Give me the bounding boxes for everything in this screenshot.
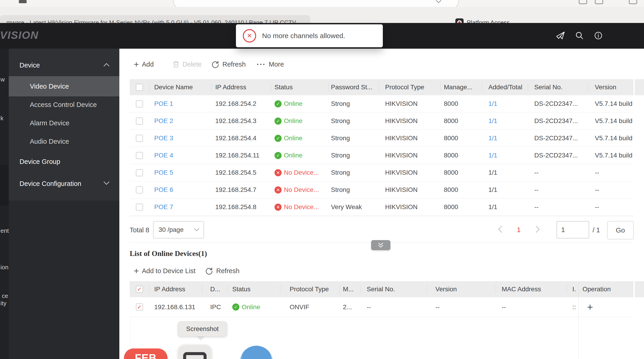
added-total-link[interactable]: 1/1 (488, 152, 497, 159)
col-password-strength[interactable]: Password St... (328, 79, 379, 95)
share-icon[interactable] (556, 30, 566, 41)
table-row[interactable]: POE 7 192.168.254.8 ✕No Device... Very W… (130, 198, 634, 216)
sidebar-item-access-control-device[interactable]: Access Control Device (30, 101, 97, 108)
add-button[interactable]: + Add (134, 58, 154, 71)
col-protocol-type[interactable]: Protocol Type (379, 79, 441, 95)
refresh-online-button[interactable]: Refresh (205, 264, 240, 278)
sidebar-item-alarm-device[interactable]: Alarm Device (30, 119, 69, 127)
rail-block (0, 165, 9, 206)
col-operation[interactable]: Operation (578, 281, 634, 297)
device-name-link[interactable]: POE 4 (154, 152, 173, 159)
col-protocol-type[interactable]: Protocol Type (280, 281, 340, 297)
col-serial-no[interactable]: Serial No. (528, 79, 588, 95)
current-page[interactable]: 1 (517, 226, 521, 234)
go-button[interactable]: Go (607, 221, 634, 240)
row-checkbox-checked[interactable]: ✓ (136, 304, 143, 310)
device-name-link[interactable]: POE 1 (154, 100, 173, 108)
select-all-checkbox[interactable] (136, 84, 143, 91)
sidebar-item-device-configuration[interactable]: Device Configuration (20, 180, 81, 188)
collapse-section-button[interactable] (371, 240, 390, 250)
urlbar-chevron-icon[interactable] (436, 0, 442, 3)
calendar-app-icon[interactable]: FEB (124, 348, 168, 359)
col-status[interactable]: Status (271, 79, 328, 95)
table-row[interactable]: POE 3 192.168.254.4 ✓Online Strong HIKVI… (130, 130, 634, 147)
info-icon[interactable] (593, 30, 604, 41)
col-status[interactable]: Status (227, 281, 280, 297)
add-to-device-list-label: Add to Device List (142, 267, 196, 275)
browser-toolbar-icon[interactable] (579, 0, 587, 4)
search-icon[interactable] (574, 30, 585, 41)
cell-added: 1/1 (482, 198, 528, 216)
sidebar-item-video-device[interactable]: Video Device (30, 83, 69, 90)
prev-page-button[interactable] (498, 226, 502, 233)
bracket-right-icon (194, 352, 206, 359)
plus-icon: + (134, 266, 139, 275)
col-ipv6[interactable]: I. (567, 281, 578, 297)
browser-toolbar-icon[interactable] (629, 0, 637, 4)
device-name-link[interactable]: POE 6 (154, 186, 173, 194)
cell-port: 8000 (441, 164, 482, 181)
refresh-button[interactable]: Refresh (211, 58, 246, 71)
table-row[interactable]: POE 2 192.168.254.3 ✓Online Strong HIKVI… (130, 112, 634, 130)
added-total-link[interactable]: 1/1 (488, 100, 497, 108)
browser-extension-icon[interactable] (19, 0, 26, 3)
device-name-link[interactable]: POE 3 (154, 134, 173, 142)
per-page-value: 30 /page (158, 226, 184, 234)
col-device-type[interactable]: D... (202, 281, 227, 297)
cell-password: Strong (328, 147, 379, 164)
col-version[interactable]: Version (588, 79, 634, 95)
row-checkbox[interactable] (136, 100, 143, 108)
device-name-link[interactable]: POE 7 (154, 203, 173, 211)
user-menu[interactable]: admin (608, 54, 636, 62)
total-count: Total 8 (130, 226, 149, 234)
cell-protocol: HIKVISION (379, 130, 441, 147)
row-checkbox[interactable] (136, 135, 143, 142)
rail-fragment: ion (0, 264, 8, 271)
col-mac-address[interactable]: MAC Address (496, 281, 567, 297)
added-total-link[interactable]: 1/1 (488, 117, 497, 125)
browser-toolbar-icon[interactable] (595, 0, 603, 4)
row-checkbox[interactable] (136, 169, 143, 176)
cell-serial: -- (528, 164, 588, 181)
per-page-select[interactable]: 30 /page (153, 221, 204, 238)
col-serial-no[interactable]: Serial No. (360, 281, 427, 297)
row-checkbox[interactable] (136, 204, 143, 211)
sidebar-item-device-group[interactable]: Device Group (20, 158, 60, 166)
rail-fragment: ent (0, 227, 9, 234)
col-ip-address[interactable]: IP Address (149, 281, 202, 297)
sidebar-item-device[interactable]: Device (20, 62, 40, 69)
page-input[interactable] (556, 221, 589, 238)
added-total-link[interactable]: 1/1 (488, 134, 497, 142)
table-row[interactable]: POE 4 192.168.254.11 ✓Online Strong HIKV… (130, 147, 634, 164)
table-row[interactable]: POE 5 192.168.254.5 ✕No Device... Strong… (130, 164, 634, 181)
chevron-up-icon[interactable] (103, 63, 110, 66)
row-checkbox[interactable] (136, 186, 143, 194)
cell-version: V5.7.14 build (588, 147, 634, 164)
add-device-plus-icon[interactable]: + (587, 303, 593, 312)
check-circle-icon: ✓ (232, 304, 240, 310)
col-management-port[interactable]: Manage... (441, 79, 482, 95)
toast-message: No more channels allowed. (262, 32, 345, 40)
screenshot-app-icon[interactable] (177, 344, 213, 359)
row-checkbox[interactable] (136, 118, 143, 125)
table-row[interactable]: POE 6 192.168.254.7 ✕No Device... Strong… (130, 181, 634, 198)
select-all-checkbox-checked[interactable]: ✓ (136, 286, 143, 293)
col-added-total[interactable]: Added/Total (482, 79, 528, 95)
cell-ipv6: :: (567, 297, 578, 317)
col-management-port[interactable]: M... (340, 281, 360, 297)
add-to-device-list-button[interactable]: + Add to Device List (134, 264, 196, 278)
col-ip-address[interactable]: IP Address (211, 79, 271, 95)
sidebar-item-audio-device[interactable]: Audio Device (30, 138, 69, 145)
chevron-down-icon[interactable] (103, 181, 110, 185)
device-name-link[interactable]: POE 5 (154, 169, 173, 176)
next-page-button[interactable] (535, 226, 540, 233)
dock-app-icon[interactable] (240, 346, 273, 359)
online-table-row[interactable]: ✓ 192.168.6.131 IPC ✓Online ONVIF 2... -… (130, 297, 634, 317)
more-button[interactable]: ··· More (256, 58, 284, 71)
col-device-name[interactable]: Device Name (149, 79, 211, 95)
row-checkbox[interactable] (136, 152, 143, 159)
device-name-link[interactable]: POE 2 (154, 117, 173, 125)
col-version[interactable]: Version (427, 281, 496, 297)
table-row[interactable]: POE 1 192.168.254.2 ✓Online Strong HIKVI… (130, 95, 634, 112)
delete-button[interactable]: Delete (172, 58, 202, 71)
